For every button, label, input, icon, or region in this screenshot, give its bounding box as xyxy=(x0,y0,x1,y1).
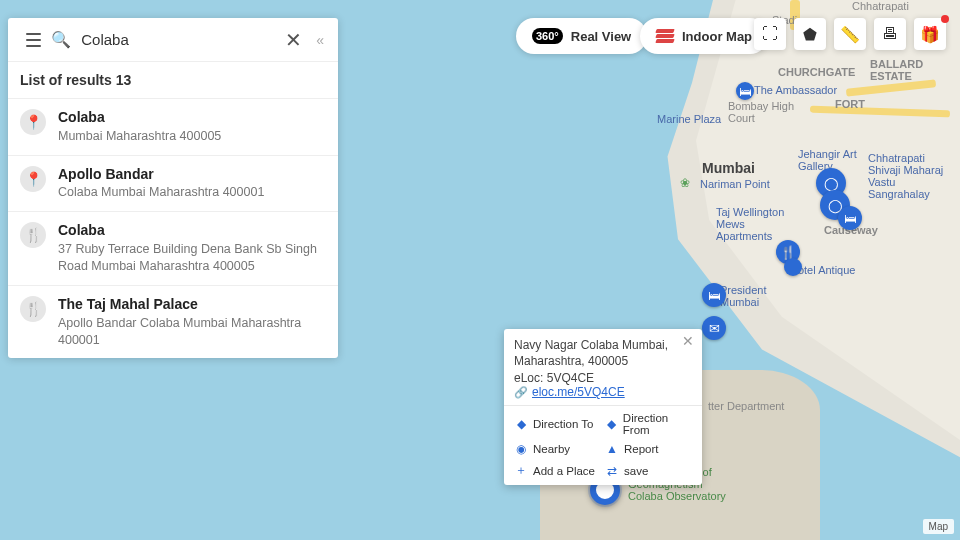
clear-search-button[interactable]: ✕ xyxy=(277,28,310,52)
result-title: Colaba xyxy=(58,222,326,239)
triangle-icon: ▲ xyxy=(605,442,619,456)
result-item[interactable]: 📍 Apollo Bandar Colaba Mumbai Maharashtr… xyxy=(8,156,338,213)
restaurant-icon: 🍴 xyxy=(20,222,46,248)
print-button[interactable]: 🖶 xyxy=(874,18,906,50)
plus-icon: ＋ xyxy=(514,462,528,479)
home-button[interactable]: ⬟ xyxy=(794,18,826,50)
result-title: Colaba xyxy=(58,109,221,126)
result-item[interactable]: 🍴 The Taj Mahal Palace Apollo Bandar Col… xyxy=(8,286,338,359)
result-title: The Taj Mahal Palace xyxy=(58,296,326,313)
real-view-button[interactable]: 360° Real View xyxy=(516,18,647,54)
popup-eloc-link-row: 🔗eloc.me/5VQ4CE xyxy=(514,385,692,399)
nearby-button[interactable]: ◉Nearby xyxy=(514,442,601,456)
result-subtitle: Colaba Mumbai Maharashtra 400001 xyxy=(58,184,264,201)
save-button[interactable]: ⇄save xyxy=(605,462,692,479)
layers-icon xyxy=(656,29,674,43)
ruler-button[interactable]: 📏 xyxy=(834,18,866,50)
diamond-icon: ◆ xyxy=(514,417,528,431)
menu-button[interactable] xyxy=(26,33,41,47)
restaurant-icon: 🍴 xyxy=(20,296,46,322)
result-item[interactable]: 🍴 Colaba 37 Ruby Terrace Building Dena B… xyxy=(8,212,338,286)
indoor-map-label: Indoor Map xyxy=(682,29,752,44)
popup-eloc-link[interactable]: eloc.me/5VQ4CE xyxy=(532,385,625,399)
real-view-label: Real View xyxy=(571,29,631,44)
result-item[interactable]: 📍 Colaba Mumbai Maharashtra 400005 xyxy=(8,99,338,156)
park-icon: ❀ xyxy=(680,176,690,190)
result-subtitle: Mumbai Maharashtra 400005 xyxy=(58,128,221,145)
gift-button[interactable]: 🎁 xyxy=(914,18,946,50)
poi-hotel-icon[interactable]: 🛏 xyxy=(702,283,726,307)
result-title: Apollo Bandar xyxy=(58,166,264,183)
result-subtitle: Apollo Bandar Colaba Mumbai Maharashtra … xyxy=(58,315,326,349)
result-subtitle: 37 Ruby Terrace Building Dena Bank Sb Si… xyxy=(58,241,326,275)
poi-hotel-icon[interactable]: 🛏 xyxy=(838,206,862,230)
link-icon: 🔗 xyxy=(514,386,528,398)
search-icon: 🔍 xyxy=(51,30,71,49)
360-icon: 360° xyxy=(532,28,563,44)
direction-to-button[interactable]: ◆Direction To xyxy=(514,412,601,436)
popup-eloc: eLoc: 5VQ4CE xyxy=(514,371,692,385)
results-header: List of results 13 xyxy=(8,62,338,99)
search-input[interactable] xyxy=(75,31,277,48)
target-icon: ◉ xyxy=(514,442,528,456)
fullscreen-button[interactable]: ⛶ xyxy=(754,18,786,50)
save-icon: ⇄ xyxy=(605,464,619,478)
add-place-button[interactable]: ＋Add a Place xyxy=(514,462,601,479)
toolbar-square-group: ⛶ ⬟ 📏 🖶 🎁 xyxy=(754,18,946,50)
poi-marker-icon[interactable] xyxy=(784,258,802,276)
collapse-panel-button[interactable]: « xyxy=(310,32,330,48)
poi-hotel-icon[interactable]: 🛏 xyxy=(736,82,754,100)
search-panel: 🔍 ✕ « List of results 13 📍 Colaba Mumbai… xyxy=(8,18,338,358)
location-popup: ✕ Navy Nagar Colaba Mumbai, Maharashtra,… xyxy=(504,329,702,485)
report-button[interactable]: ▲Report xyxy=(605,442,692,456)
diamond-icon: ◆ xyxy=(605,417,618,431)
popup-address: Navy Nagar Colaba Mumbai, Maharashtra, 4… xyxy=(514,337,692,369)
poi-mail-icon[interactable]: ✉ xyxy=(702,316,726,340)
pin-icon: 📍 xyxy=(20,166,46,192)
direction-from-button[interactable]: ◆Direction From xyxy=(605,412,692,436)
popup-close-button[interactable]: ✕ xyxy=(682,333,694,349)
indoor-map-button[interactable]: Indoor Map xyxy=(640,18,768,54)
map-attribution: Map xyxy=(923,519,954,534)
pin-icon: 📍 xyxy=(20,109,46,135)
search-bar: 🔍 ✕ « xyxy=(8,18,338,62)
